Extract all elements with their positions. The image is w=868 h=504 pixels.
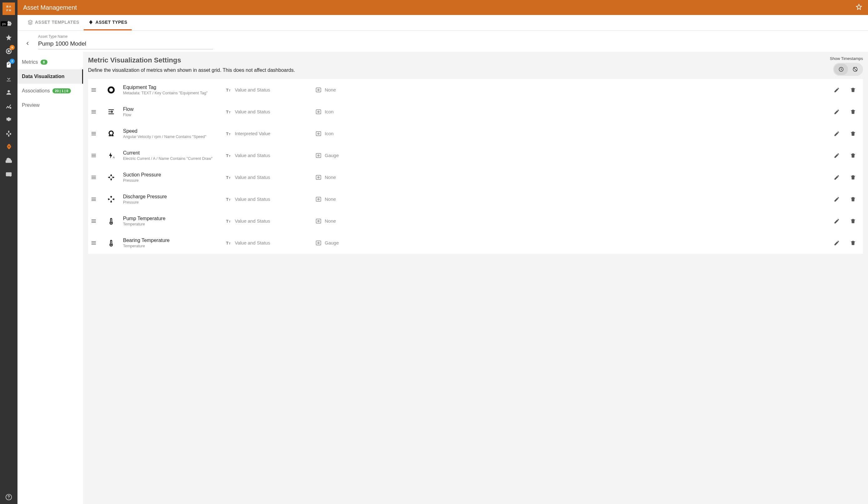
drag-handle-icon[interactable] <box>88 153 99 158</box>
header: Asset Management <box>18 0 868 15</box>
delete-button[interactable] <box>846 109 860 115</box>
format-value: Value and Status <box>235 196 270 202</box>
preview-icon <box>316 240 322 246</box>
viz-value: Icon <box>325 109 333 114</box>
preview-icon <box>316 218 322 224</box>
metric-subtitle: Pressure <box>123 178 223 183</box>
metric-row: Equipment Tag Metadata: TEXT / Key Conta… <box>88 79 863 101</box>
favorite-toggle[interactable] <box>856 3 862 12</box>
metric-subtitle: Metadata: TEXT / Key Contains "Equipment… <box>123 91 223 95</box>
edit-button[interactable] <box>830 174 844 181</box>
rail-item-robot[interactable]: ps <box>2 17 15 31</box>
title-row: Asset Type Name <box>18 31 868 52</box>
svg-rect-3 <box>8 135 9 137</box>
metric-row: Suction Pressure Pressure Value and Stat… <box>88 166 863 188</box>
rail-item-asset-mgmt[interactable] <box>2 141 15 154</box>
delete-button[interactable] <box>846 240 860 246</box>
preview-icon <box>316 152 322 158</box>
text-format-icon <box>225 87 232 93</box>
side-item-preview[interactable]: Preview <box>18 98 83 112</box>
back-button[interactable] <box>23 39 32 49</box>
rail-item-settings[interactable] <box>2 113 15 127</box>
text-format-icon <box>225 131 232 137</box>
edit-button[interactable] <box>830 196 844 202</box>
title-field-label: Asset Type Name <box>38 34 213 39</box>
format-value: Value and Status <box>235 153 270 158</box>
delete-button[interactable] <box>846 174 860 181</box>
delete-button[interactable] <box>846 131 860 137</box>
tab-label: ASSET TEMPLATES <box>35 20 79 25</box>
show-timestamps-label: Show Timestamps <box>830 56 863 61</box>
svg-rect-0 <box>8 131 9 132</box>
side-item-associations[interactable]: Associations 20 | 1 | 0 <box>18 84 83 98</box>
svg-rect-1 <box>7 133 8 134</box>
delete-button[interactable] <box>846 87 860 93</box>
preview-icon <box>316 174 322 181</box>
metric-type-icon <box>102 173 121 182</box>
metric-subtitle: Angular Velocity / rpm / Name Contains "… <box>123 135 223 139</box>
metric-row: Bearing Temperature Temperature Value an… <box>88 232 863 254</box>
rail-badge-clipboard: 2 <box>10 59 15 64</box>
delete-button[interactable] <box>846 218 860 224</box>
timestamps-on[interactable] <box>834 64 848 75</box>
side-item-data-visualization[interactable]: Data Visualization <box>18 69 83 84</box>
rail-item-clipboard[interactable]: 2 <box>2 58 15 72</box>
drag-handle-icon[interactable] <box>88 88 99 92</box>
content-title: Metric Visualization Settings <box>88 56 830 64</box>
rail-item-hierarchy[interactable] <box>2 127 15 141</box>
viz-value: None <box>325 87 336 92</box>
metric-name: Suction Pressure <box>123 172 223 178</box>
metric-row: Speed Angular Velocity / rpm / Name Cont… <box>88 123 863 145</box>
tabs: ASSET TEMPLATES ASSET TYPES <box>18 15 868 31</box>
tab-asset-templates[interactable]: ASSET TEMPLATES <box>23 15 84 30</box>
rail-item-monitor[interactable] <box>2 168 15 182</box>
show-timestamps-toggle[interactable] <box>833 63 863 76</box>
text-format-icon <box>225 240 232 246</box>
drag-handle-icon[interactable] <box>88 197 99 202</box>
metric-name: Equipment Tag <box>123 85 223 90</box>
edit-button[interactable] <box>830 152 844 158</box>
metric-row: Flow Flow Value and Status Icon <box>88 101 863 123</box>
text-format-icon <box>225 174 232 181</box>
timestamps-off[interactable] <box>848 64 862 75</box>
rail-item-favorites[interactable] <box>2 31 15 44</box>
drag-handle-icon[interactable] <box>88 241 99 245</box>
rail-item-device[interactable] <box>2 154 15 168</box>
metrics-count-badge: 8 <box>41 60 48 65</box>
drag-handle-icon[interactable] <box>88 175 99 179</box>
drag-handle-icon[interactable] <box>88 219 99 223</box>
rail-item-help[interactable] <box>2 490 15 504</box>
drag-handle-icon[interactable] <box>88 110 99 114</box>
rail-badge-target: 9 <box>10 45 15 50</box>
edit-button[interactable] <box>830 240 844 246</box>
edit-button[interactable] <box>830 109 844 115</box>
metric-name: Bearing Temperature <box>123 238 223 243</box>
format-value: Value and Status <box>235 87 270 92</box>
tab-asset-types[interactable]: ASSET TYPES <box>84 15 132 30</box>
rail-item-analytics[interactable] <box>2 99 15 113</box>
metric-type-icon <box>102 130 121 138</box>
app-logo: B AF H <box>2 2 15 15</box>
format-value: Value and Status <box>235 109 270 114</box>
side-item-metrics[interactable]: Metrics 8 <box>18 55 83 69</box>
side-label: Data Visualization <box>22 74 65 79</box>
edit-button[interactable] <box>830 218 844 224</box>
edit-button[interactable] <box>830 87 844 93</box>
metric-row: Discharge Pressure Pressure Value and St… <box>88 188 863 210</box>
rail-item-target[interactable]: 9 <box>2 44 15 58</box>
viz-value: None <box>325 218 336 224</box>
left-rail: B AF H ps 9 2 <box>0 0 18 504</box>
delete-button[interactable] <box>846 152 860 158</box>
svg-rect-2 <box>10 133 11 134</box>
metric-subtitle: Temperature <box>123 244 223 248</box>
viz-value: None <box>325 196 336 202</box>
drag-handle-icon[interactable] <box>88 132 99 136</box>
asset-type-name-input[interactable] <box>38 39 213 49</box>
rail-item-user[interactable] <box>2 85 15 99</box>
delete-button[interactable] <box>846 196 860 202</box>
metric-subtitle: Electric Current / A / Name Contains "Cu… <box>123 156 223 161</box>
viz-value: None <box>325 175 336 180</box>
format-value: Value and Status <box>235 218 270 224</box>
edit-button[interactable] <box>830 131 844 137</box>
rail-item-download[interactable] <box>2 72 15 85</box>
